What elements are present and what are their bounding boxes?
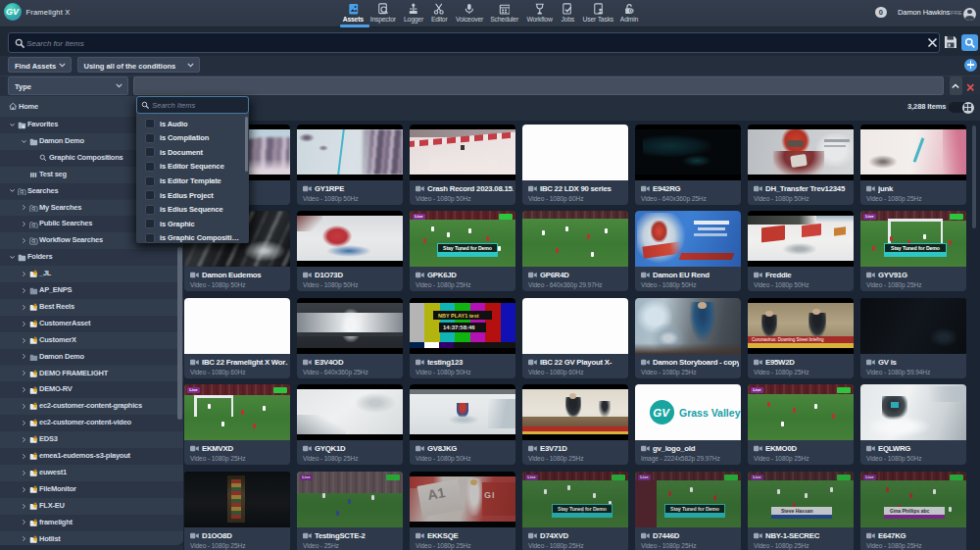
svg-text:GV: GV [653, 407, 670, 419]
